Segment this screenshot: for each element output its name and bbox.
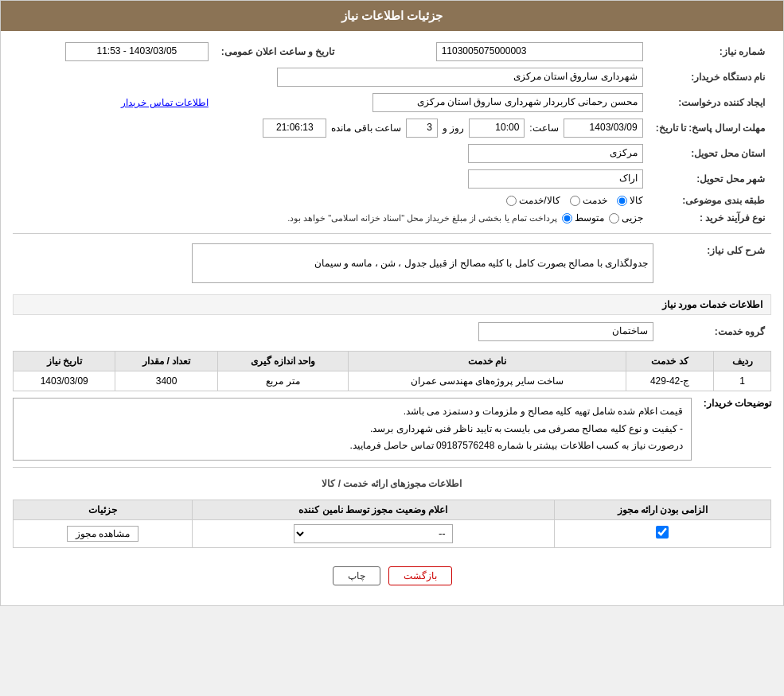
- purchase-partial-label: جزیی: [622, 212, 643, 224]
- service-group-section: گروه خدمت: ساختمان: [13, 319, 771, 344]
- deadline-day-label: روز و: [443, 122, 464, 134]
- services-section-title: اطلاعات خدمات مورد نیاز: [13, 294, 771, 315]
- permissions-title: اطلاعات مجوزهای ارائه خدمت / کالا: [13, 474, 771, 493]
- announce-date-value: 1403/03/05 - 11:53: [65, 42, 209, 61]
- purchase-note: پرداخت تمام یا بخشی از مبلغ خریداز محل "…: [287, 213, 557, 224]
- purchase-medium-item: متوسط: [562, 212, 604, 224]
- print-button[interactable]: چاپ: [333, 566, 380, 585]
- service-group-value: ساختمان: [478, 322, 653, 341]
- col-row: ردیف: [714, 352, 771, 371]
- category-service-item: خدمت: [570, 195, 607, 206]
- city-value: اراک: [468, 169, 643, 189]
- deadline-label: مهلت ارسال پاسخ: تا تاریخ:: [649, 115, 771, 141]
- footer-buttons: بازگشت چاپ: [13, 554, 771, 597]
- purchase-partial-item: جزیی: [609, 212, 643, 224]
- purchase-type-label: نوع فرآیند خرید :: [649, 209, 771, 227]
- category-goods-radio[interactable]: [617, 196, 627, 206]
- desc-label: شرح کلی نیاز:: [660, 240, 771, 286]
- cell-name: ساخت سایر پروژه‌های مهندسی عمران: [349, 371, 626, 391]
- creator-value: محسن رحمانی کاربردار شهرداری ساروق استان…: [372, 93, 643, 112]
- category-goods-item: کالا: [617, 195, 643, 206]
- perm-col-details: جزئیات: [14, 500, 193, 519]
- divider-1: [13, 233, 771, 234]
- page-wrapper: جزئیات اطلاعات نیاز شماره نیاز: 11030050…: [0, 0, 784, 606]
- need-number-value: 1103005075000003: [436, 42, 643, 61]
- perm-status-cell: --: [192, 519, 554, 547]
- contact-link[interactable]: اطلاعات تماس خریدار: [121, 97, 209, 108]
- info-section-1: شماره نیاز: 1103005075000003 تاریخ و ساع…: [13, 39, 771, 227]
- creator-label: ایجاد کننده درخواست:: [649, 90, 771, 115]
- main-content: شماره نیاز: 1103005075000003 تاریخ و ساع…: [1, 31, 783, 605]
- category-radio-group: کالا خدمت کالا/خدمت: [19, 195, 643, 206]
- cell-qty: 3400: [115, 371, 217, 391]
- purchase-type-row: جزیی متوسط پرداخت تمام یا بخشی از مبلغ خ…: [19, 212, 643, 224]
- buyer-notes-box: قیمت اعلام شده شامل تهیه کلیه مصالح و مل…: [13, 398, 692, 461]
- need-number-label: شماره نیاز:: [649, 39, 771, 64]
- purchase-medium-radio[interactable]: [562, 213, 572, 224]
- deadline-time-label: ساعت:: [529, 122, 558, 134]
- buyer-org-value: شهرداری ساروق استان مرکزی: [277, 68, 643, 87]
- buyer-org-label: نام دستگاه خریدار:: [649, 64, 771, 90]
- category-service-label: خدمت: [583, 195, 607, 206]
- category-goods-service-label: کالا/خدمت: [519, 195, 560, 206]
- category-goods-service-radio[interactable]: [506, 196, 517, 206]
- deadline-row: 1403/03/09 ساعت: 10:00 روز و 3 ساعت باقی…: [19, 119, 643, 138]
- perm-status-select[interactable]: --: [294, 524, 453, 543]
- category-label: طبقه بندی موضوعی:: [649, 192, 771, 209]
- perm-row: -- مشاهده مجوز: [14, 519, 771, 547]
- col-code: کد خدمت: [626, 352, 714, 371]
- deadline-date: 1403/03/09: [564, 119, 643, 138]
- permissions-table: الزامی بودن ارائه مجوز اعلام وضعیت مجوز …: [13, 500, 771, 548]
- cell-unit: متر مربع: [217, 371, 348, 391]
- category-goods-service-item: کالا/خدمت: [506, 195, 560, 206]
- announce-date-label: تاریخ و ساعت اعلان عمومی:: [215, 39, 341, 64]
- deadline-remaining: 3: [406, 119, 438, 138]
- page-header: جزئیات اطلاعات نیاز: [1, 1, 783, 31]
- deadline-clock: 21:06:13: [263, 119, 326, 138]
- view-permit-button[interactable]: مشاهده مجوز: [67, 526, 138, 542]
- perm-required-checkbox[interactable]: [656, 526, 669, 539]
- province-label: استان محل تحویل:: [649, 141, 771, 166]
- deadline-time: 10:00: [469, 119, 525, 138]
- buyer-notes-section: توضیحات خریدار: قیمت اعلام شده شامل تهیه…: [13, 398, 771, 461]
- cell-date: 1403/03/09: [14, 371, 115, 391]
- province-value: مرکزی: [468, 144, 643, 163]
- perm-col-status: اعلام وضعیت مجوز توسط نامین کننده: [192, 500, 554, 519]
- col-name: نام خدمت: [349, 352, 626, 371]
- buyer-notes-label: توضیحات خریدار:: [700, 398, 771, 409]
- perm-details-cell: مشاهده مجوز: [14, 519, 193, 547]
- cell-row: 1: [714, 371, 771, 391]
- perm-required-cell: [554, 519, 770, 547]
- service-group-label: گروه خدمت:: [660, 319, 771, 344]
- city-label: شهر محل تحویل:: [649, 166, 771, 192]
- cell-code: ج-42-429: [626, 371, 714, 391]
- table-row: 1ج-42-429ساخت سایر پروژه‌های مهندسی عمرا…: [14, 371, 771, 391]
- purchase-partial-radio[interactable]: [609, 213, 619, 224]
- purchase-medium-label: متوسط: [575, 212, 604, 224]
- page-title: جزئیات اطلاعات نیاز: [341, 9, 443, 22]
- desc-value: جدولگذاری با مصالح بصورت کامل با کلیه مص…: [192, 243, 653, 283]
- deadline-remaining-label: ساعت باقی مانده: [331, 122, 401, 134]
- back-button[interactable]: بازگشت: [388, 566, 452, 585]
- category-goods-label: کالا: [630, 195, 643, 206]
- col-unit: واحد اندازه گیری: [217, 352, 348, 371]
- services-table: ردیف کد خدمت نام خدمت واحد اندازه گیری ت…: [13, 351, 771, 391]
- perm-col-required: الزامی بودن ارائه مجوز: [554, 500, 770, 519]
- col-qty: تعداد / مقدار: [115, 352, 217, 371]
- desc-section: شرح کلی نیاز: جدولگذاری با مصالح بصورت ک…: [13, 240, 771, 286]
- category-service-radio[interactable]: [570, 196, 580, 206]
- col-date: تاریخ نیاز: [14, 352, 115, 371]
- divider-2: [13, 467, 771, 468]
